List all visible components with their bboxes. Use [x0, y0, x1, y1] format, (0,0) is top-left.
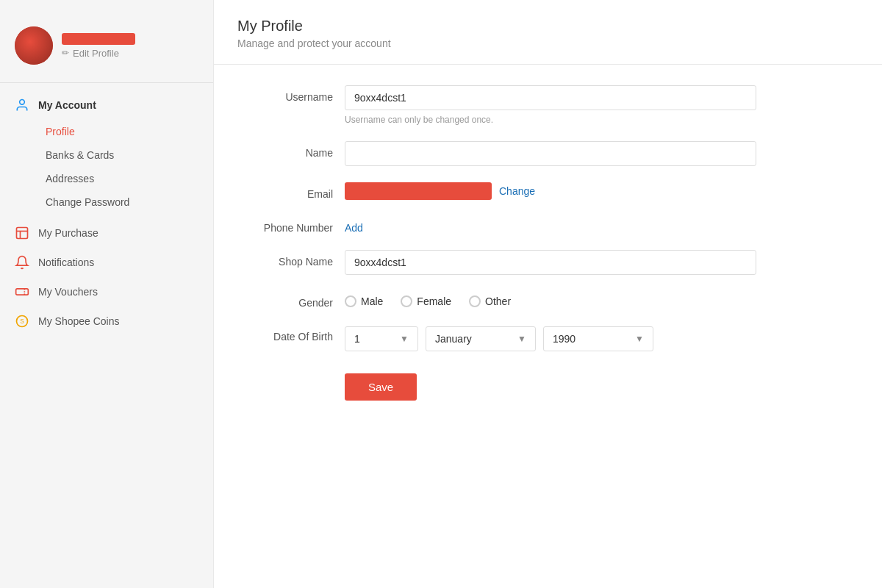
notifications-label: Notifications [38, 257, 94, 268]
email-label: Email [237, 182, 333, 200]
main-content: My Profile Manage and protect your accou… [213, 0, 882, 588]
coin-icon: S [15, 314, 29, 329]
chevron-down-icon-year: ▼ [635, 334, 644, 344]
person-icon [15, 98, 29, 112]
shop-name-label: Shop Name [237, 250, 333, 268]
sidebar-item-shopee-coins[interactable]: S My Shopee Coins [0, 306, 213, 336]
dob-control-wrap: 1 ▼ January ▼ 1990 ▼ [345, 325, 756, 351]
gender-options: Male Female Other [345, 291, 756, 307]
my-account-label: My Account [38, 99, 96, 111]
sidebar-item-notifications[interactable]: Notifications [0, 248, 213, 277]
shop-name-input[interactable] [345, 250, 756, 275]
gender-row: Gender Male Female Other [237, 291, 858, 309]
sidebar-item-addresses[interactable]: Addresses [38, 167, 213, 190]
username-control-wrap: Username can only be changed once. [345, 85, 756, 125]
dob-day-select[interactable]: 1 ▼ [345, 326, 418, 351]
sidebar-item-profile[interactable]: Profile [38, 120, 213, 143]
username-hint: Username can only be changed once. [345, 115, 756, 125]
my-vouchers-label: My Vouchers [38, 286, 98, 298]
user-info: ✏ Edit Profile [62, 33, 135, 59]
gender-male-label: Male [361, 295, 383, 307]
username-input[interactable] [345, 85, 756, 110]
email-control-wrap: Change [345, 182, 756, 200]
name-row: Name [237, 141, 858, 166]
bell-icon [15, 255, 29, 270]
shopee-coins-label: My Shopee Coins [38, 315, 120, 327]
sidebar-item-my-purchase[interactable]: My Purchase [0, 218, 213, 248]
chevron-down-icon-month: ▼ [517, 334, 526, 344]
username-label: Username [237, 85, 333, 103]
pencil-icon: ✏ [62, 48, 69, 58]
avatar [15, 26, 53, 65]
profile-subtitle: Manage and protect your account [237, 37, 858, 49]
date-selects: 1 ▼ January ▼ 1990 ▼ [345, 325, 756, 351]
radio-female-circle [401, 295, 412, 307]
email-redacted [345, 182, 492, 200]
voucher-icon [15, 284, 29, 299]
phone-row: Phone Number Add [237, 216, 858, 234]
sidebar-item-my-vouchers[interactable]: My Vouchers [0, 277, 213, 306]
sidebar-item-banks-cards[interactable]: Banks & Cards [38, 143, 213, 167]
gender-female-option[interactable]: Female [401, 295, 451, 307]
gender-male-option[interactable]: Male [345, 295, 383, 307]
sidebar-user-section: ✏ Edit Profile [0, 15, 213, 79]
radio-other-circle [469, 295, 481, 307]
my-account-submenu: Profile Banks & Cards Addresses Change P… [0, 120, 213, 214]
sidebar: ✏ Edit Profile My Account Profile Banks … [0, 0, 213, 588]
dob-year-select[interactable]: 1990 ▼ [543, 326, 653, 351]
email-row: Email Change [237, 182, 858, 200]
svg-rect-2 [16, 289, 29, 295]
svg-rect-1 [17, 228, 28, 239]
shop-name-row: Shop Name [237, 250, 858, 275]
username-row: Username Username can only be changed on… [237, 85, 858, 125]
username-redacted [62, 33, 135, 45]
dob-day-value: 1 [354, 333, 360, 345]
name-label: Name [237, 141, 333, 159]
gender-female-label: Female [417, 295, 451, 307]
profile-form: Username Username can only be changed on… [214, 65, 882, 421]
dob-label: Date Of Birth [237, 325, 333, 343]
gender-label: Gender [237, 291, 333, 309]
save-button[interactable]: Save [345, 373, 417, 401]
gender-other-option[interactable]: Other [469, 295, 511, 307]
profile-header: My Profile Manage and protect your accou… [214, 0, 882, 65]
email-value-row: Change [345, 182, 756, 200]
dob-month-value: January [435, 333, 472, 345]
sidebar-item-my-account[interactable]: My Account [0, 90, 213, 120]
name-control-wrap [345, 141, 756, 166]
gender-control-wrap: Male Female Other [345, 291, 756, 307]
edit-profile-label: Edit Profile [73, 48, 119, 59]
purchase-icon [15, 226, 29, 240]
profile-title: My Profile [237, 18, 858, 35]
phone-control-wrap: Add [345, 216, 756, 234]
name-input[interactable] [345, 141, 756, 166]
phone-label: Phone Number [237, 216, 333, 234]
dob-month-select[interactable]: January ▼ [426, 326, 536, 351]
email-change-link[interactable]: Change [499, 185, 535, 197]
gender-other-label: Other [485, 295, 511, 307]
svg-text:S: S [20, 318, 24, 325]
my-purchase-label: My Purchase [38, 227, 98, 239]
shop-name-control-wrap [345, 250, 756, 275]
sidebar-my-account-section: My Account Profile Banks & Cards Address… [0, 86, 213, 218]
phone-add-link[interactable]: Add [345, 216, 363, 234]
svg-point-0 [20, 100, 25, 105]
chevron-down-icon: ▼ [400, 334, 409, 344]
sidebar-item-change-password[interactable]: Change Password [38, 190, 213, 214]
save-button-row: Save [237, 368, 858, 401]
dob-year-value: 1990 [553, 333, 576, 345]
sidebar-divider [0, 82, 213, 83]
radio-male-circle [345, 295, 356, 307]
edit-profile-link[interactable]: ✏ Edit Profile [62, 48, 135, 59]
dob-row: Date Of Birth 1 ▼ January ▼ 1990 [237, 325, 858, 351]
